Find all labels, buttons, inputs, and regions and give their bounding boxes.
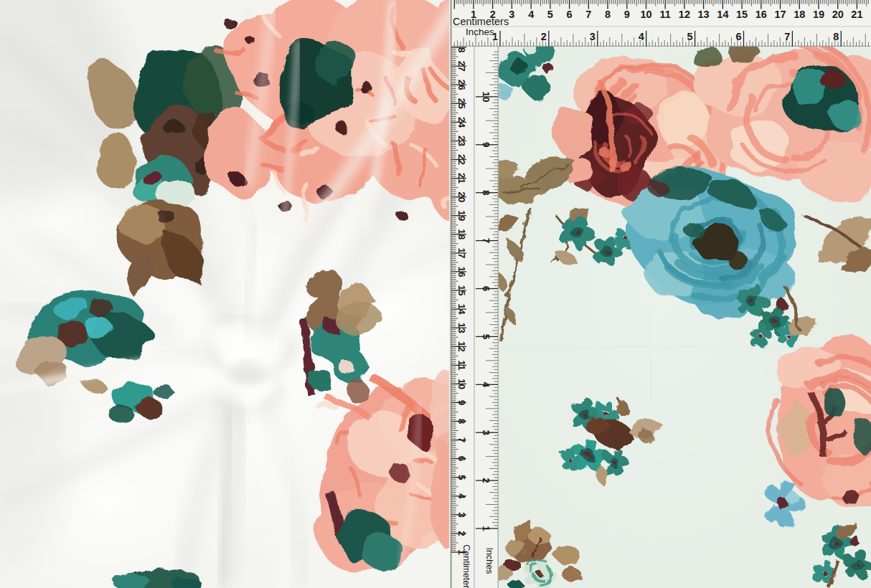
svg-text:12: 12 [456, 341, 467, 352]
svg-text:10: 10 [640, 9, 651, 20]
svg-text:20: 20 [456, 191, 467, 202]
svg-text:24: 24 [456, 117, 467, 128]
svg-text:Centimeters: Centimeters [461, 544, 471, 588]
svg-text:18: 18 [794, 9, 805, 20]
svg-text:6: 6 [481, 286, 491, 292]
svg-text:22: 22 [456, 154, 467, 165]
svg-text:21: 21 [456, 173, 467, 184]
svg-text:21: 21 [851, 9, 862, 20]
svg-text:2: 2 [481, 478, 491, 483]
svg-text:11: 11 [456, 360, 467, 371]
svg-text:15: 15 [736, 9, 748, 20]
svg-text:25: 25 [456, 98, 467, 110]
svg-text:3: 3 [481, 430, 491, 435]
svg-text:7: 7 [784, 31, 790, 42]
svg-text:19: 19 [456, 210, 467, 221]
svg-text:Inches: Inches [466, 27, 494, 37]
svg-text:8: 8 [481, 190, 491, 196]
svg-text:9: 9 [624, 9, 630, 20]
svg-text:23: 23 [456, 136, 467, 147]
svg-text:10: 10 [456, 379, 467, 389]
svg-text:13: 13 [456, 323, 467, 334]
svg-text:27: 27 [456, 61, 467, 72]
svg-text:11: 11 [660, 9, 671, 20]
svg-text:19: 19 [813, 9, 824, 20]
svg-text:17: 17 [456, 247, 467, 258]
svg-text:4: 4 [456, 493, 467, 499]
svg-text:16: 16 [456, 266, 467, 278]
svg-text:3: 3 [590, 31, 595, 42]
svg-text:7: 7 [585, 9, 591, 20]
svg-text:6: 6 [456, 456, 467, 462]
svg-text:1: 1 [481, 526, 491, 531]
svg-text:Inches: Inches [484, 548, 494, 574]
svg-text:4: 4 [528, 9, 534, 20]
svg-text:3: 3 [456, 512, 467, 518]
svg-text:10: 10 [481, 91, 491, 102]
svg-text:17: 17 [774, 9, 786, 20]
svg-text:14: 14 [456, 304, 467, 316]
svg-text:6: 6 [735, 31, 741, 42]
svg-text:6: 6 [567, 9, 573, 20]
svg-text:14: 14 [717, 9, 728, 20]
svg-text:5: 5 [481, 334, 491, 340]
svg-text:2: 2 [456, 531, 467, 536]
svg-text:5: 5 [687, 31, 693, 42]
svg-text:12: 12 [679, 9, 690, 20]
svg-text:2: 2 [541, 31, 547, 42]
svg-text:8: 8 [833, 31, 839, 42]
svg-text:7: 7 [481, 238, 491, 244]
svg-text:5: 5 [547, 9, 553, 20]
svg-text:8: 8 [456, 419, 467, 425]
svg-text:9: 9 [481, 142, 491, 148]
svg-text:4: 4 [481, 382, 491, 388]
svg-text:7: 7 [456, 437, 467, 443]
svg-text:9: 9 [456, 400, 467, 406]
svg-text:18: 18 [456, 229, 467, 240]
svg-text:8: 8 [605, 9, 611, 20]
svg-text:3: 3 [509, 9, 514, 20]
svg-text:5: 5 [456, 475, 467, 480]
svg-text:20: 20 [832, 9, 844, 20]
svg-text:26: 26 [456, 80, 467, 91]
svg-text:13: 13 [698, 9, 710, 20]
svg-text:15: 15 [456, 285, 467, 296]
svg-text:4: 4 [639, 31, 644, 42]
svg-text:Centimeters: Centimeters [453, 16, 509, 27]
svg-text:16: 16 [755, 9, 767, 20]
